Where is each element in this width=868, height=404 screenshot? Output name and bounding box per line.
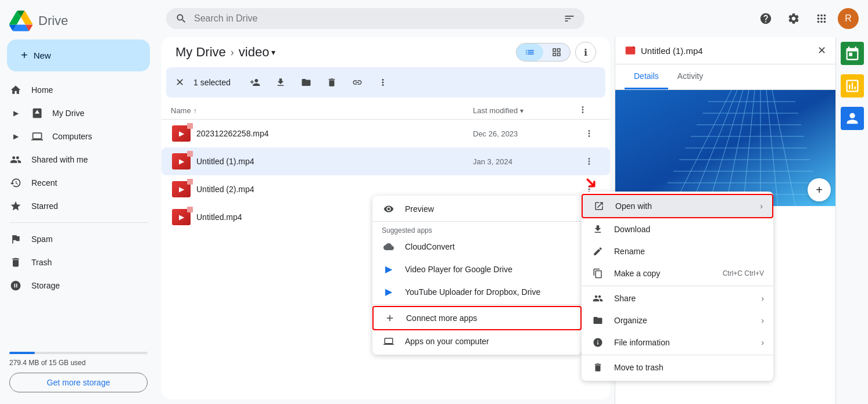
storage-bar-fill [9,352,35,354]
youtube-icon: ▶ [382,286,396,297]
ctx-preview[interactable]: Preview [372,198,582,220]
breadcrumb-current[interactable]: video ▾ [239,45,276,60]
logo-area: Drive [0,5,157,39]
file-info-icon [591,337,605,348]
delete-button[interactable] [321,72,342,93]
ctx-rename[interactable]: Rename [582,240,773,262]
shared-icon [9,154,22,165]
apps-button[interactable] [810,7,833,30]
new-button-label: New [34,50,51,60]
view-toggle: ℹ [516,42,596,63]
ctx-make-copy[interactable]: Make a copy Ctrl+C Ctrl+V [582,262,773,284]
ctx-apps-computer[interactable]: Apps on your computer [372,330,582,352]
deselect-button[interactable]: ✕ [175,76,184,89]
my-drive-expand-icon: ▶ [9,109,22,117]
my-drive-icon [31,107,43,119]
add-person-button[interactable] [245,72,266,93]
sidebar-item-computers[interactable]: ▶ Computers [0,125,148,148]
ctx-cloudconvert[interactable]: CloudConvert [372,236,582,258]
more-column-header [578,104,601,117]
breadcrumb-parent[interactable]: My Drive [175,45,226,60]
move-button[interactable] [296,72,317,93]
tasks-side-icon[interactable] [841,74,864,98]
file-date: Dec 26, 2023 [473,129,578,138]
tab-details[interactable]: Details [625,64,668,89]
ctx-video-player[interactable]: ▶ Video Player for Google Drive [372,258,582,280]
ctx-share[interactable]: Share › [582,287,773,309]
selection-count: 1 selected [193,78,231,87]
table-row[interactable]: ▶ Untitled (1).mp4 Jan 3, 2024 [162,147,610,175]
list-view-button[interactable] [517,44,543,61]
sidebar-item-spam[interactable]: Spam [0,228,148,251]
search-input[interactable] [194,13,557,24]
sidebar-item-starred[interactable]: Starred [0,194,148,218]
new-button[interactable]: + New [7,39,150,71]
open-with-icon [592,201,606,211]
ctx-download[interactable]: Download [582,218,773,240]
sidebar-item-trash[interactable]: Trash [0,251,148,274]
selection-actions [245,72,393,93]
video-player-icon: ▶ [382,264,396,275]
sidebar-item-storage[interactable]: Storage [0,274,148,297]
ctx-open-with-label: Open with [615,201,751,211]
ctx-connect-apps[interactable]: Connect more apps [372,306,582,330]
modified-column-header[interactable]: Last modified ▾ [473,106,578,115]
sidebar-item-shared[interactable]: Shared with me [0,148,148,171]
sidebar-item-my-drive[interactable]: ▶ My Drive [0,102,148,125]
file-name: Untitled (2).mp4 [192,185,473,194]
search-bar[interactable] [166,8,584,29]
selection-bar: ✕ 1 selected [166,67,605,98]
rename-icon [591,246,605,257]
drive-logo [9,9,33,33]
tab-activity[interactable]: Activity [668,64,712,89]
sidebar-item-label: Storage [31,281,60,290]
ctx-organize[interactable]: Organize › [582,309,773,331]
sidebar-item-recent[interactable]: Recent [0,171,148,194]
name-column-header[interactable]: Name ↑ [171,106,473,115]
storage-icon [9,280,22,291]
panel-close-button[interactable]: ✕ [817,44,826,57]
sidebar-item-label: Shared with me [31,155,88,164]
sidebar-item-home[interactable]: Home [0,78,148,102]
trash-icon [9,257,22,268]
panel-add-button[interactable]: + [808,178,831,201]
starred-icon [9,200,22,212]
table-row[interactable]: ▶ 202312262258.mp4 Dec 26, 2023 [162,120,610,147]
file-more-button[interactable] [578,128,601,139]
ctx-file-information[interactable]: File information › [582,331,773,354]
suggested-apps-label: Suggested apps [372,223,582,236]
info-button[interactable]: ℹ [575,42,596,63]
ctx-move-to-trash[interactable]: Move to trash [582,356,773,378]
breadcrumb-bar: My Drive › video ▾ ℹ [162,37,610,67]
download-icon [591,224,605,235]
storage-bar-background [9,352,148,354]
contacts-side-icon[interactable] [841,107,864,130]
ctx-youtube-uploader[interactable]: ▶ YouTube Uploader for Dropbox, Drive [372,280,582,303]
search-filter-icon[interactable] [564,13,575,24]
file-info-arrow: › [761,338,764,347]
spam-icon [9,233,22,245]
get-more-storage-button[interactable]: Get more storage [9,373,148,392]
right-context-menu: Open with › Download Rename Make a copy … [582,192,773,381]
topbar-icons: R [754,7,859,30]
more-options-button[interactable] [372,72,393,93]
help-button[interactable] [754,7,777,30]
panel-tabs: Details Activity [615,64,835,90]
file-name: Untitled (1).mp4 [192,157,473,166]
panel-file-icon [625,45,636,56]
ctx-file-information-label: File information [614,338,752,347]
file-icon: ▶ [171,125,192,142]
link-button[interactable] [347,72,368,93]
user-avatar[interactable]: R [838,8,859,29]
grid-view-button[interactable] [543,44,570,61]
download-button[interactable] [270,72,291,93]
search-icon [175,13,187,24]
settings-button[interactable] [782,7,805,30]
file-more-button[interactable] [578,156,601,167]
ctx-open-with[interactable]: Open with › [582,194,773,218]
sidebar-item-label: Starred [31,201,58,211]
sidebar-item-label: My Drive [52,109,84,118]
home-icon [9,84,22,96]
organize-icon [591,315,605,326]
calendar-side-icon[interactable] [841,42,864,65]
